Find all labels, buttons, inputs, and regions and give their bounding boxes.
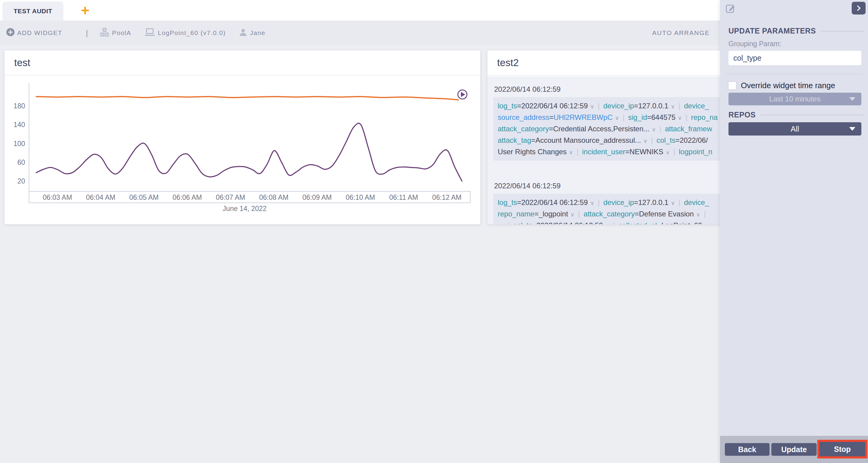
log-field[interactable]: log_ts=2022/06/14 06:12:59∨ <box>498 198 594 206</box>
svg-text:06:10 AM: 06:10 AM <box>346 194 375 201</box>
x-axis-date-label: June 14, 2022 <box>223 205 267 212</box>
dashboard-toolbar: ADD WIDGET | PoolA LogPoint_60 (v7.0.0) … <box>0 21 720 45</box>
field-separator: | <box>686 113 687 121</box>
auto-arrange-button[interactable]: AUTO ARRANGE <box>652 29 710 36</box>
svg-text:100: 100 <box>13 140 25 147</box>
field-chevron-icon: ∨ <box>590 200 594 206</box>
log-entry: 2022/06/14 06:12:59log_ts=2022/06/14 06:… <box>488 182 759 224</box>
update-button[interactable]: Update <box>771 443 817 456</box>
logpoint-label: LogPoint_60 (v7.0.0) <box>158 29 226 36</box>
upper-flat-series <box>36 97 459 100</box>
log-field[interactable]: col_ts=2022/06/ <box>657 136 708 144</box>
log-line: log_ts=2022/06/14 06:12:59∨|device_ip=12… <box>498 197 759 208</box>
repos-section: REPOS <box>728 110 864 119</box>
override-time-range-row[interactable]: Override widget time range <box>728 81 835 90</box>
tab-test-audit[interactable]: TEST AUDIT <box>2 1 63 21</box>
log-field[interactable]: col_ts=2022/06/14 06:12:59∨ <box>513 221 609 224</box>
update-parameters-panel: UPDATE PARAMETERS Grouping Param: Overri… <box>720 0 868 463</box>
chart-series <box>36 97 462 181</box>
log-line: repo_name=_logpoint∨|attack_category=Def… <box>498 208 759 220</box>
field-separator: | <box>598 198 599 206</box>
y-axis-ticks: 2060100140180 <box>13 102 25 185</box>
update-parameters-section: UPDATE PARAMETERS <box>728 27 864 35</box>
stop-button-highlight: Stop <box>817 440 867 459</box>
log-timestamp: 2022/06/14 06:12:59 <box>494 86 759 93</box>
log-line: attack_category=Credential Access,Persis… <box>498 123 759 135</box>
pool-selector[interactable]: PoolA <box>99 27 131 39</box>
field-separator: | <box>678 198 680 206</box>
override-label: Override widget time range <box>741 81 835 90</box>
section-rule <box>761 115 864 115</box>
log-line: User Rights Changes∨|incident_user=NEWNI… <box>498 146 759 158</box>
field-chevron-icon[interactable]: ∨ <box>500 223 504 224</box>
log-field[interactable]: logpoint_n <box>679 147 712 156</box>
field-separator: | <box>578 210 580 218</box>
widget-title: test <box>14 57 30 68</box>
back-button[interactable]: Back <box>725 443 770 456</box>
log-field[interactable]: device_ <box>684 102 709 110</box>
field-chevron-icon: ∨ <box>678 115 682 121</box>
log-field[interactable]: device_ip=127.0.0.1∨ <box>603 102 675 110</box>
edit-icon[interactable] <box>725 3 736 13</box>
collapse-panel-button[interactable] <box>852 2 866 14</box>
log-field[interactable]: attack_category=Credential Access,Persis… <box>498 125 656 133</box>
tab-label: TEST AUDIT <box>13 7 52 15</box>
add-widget-label: ADD WIDGET <box>17 29 62 36</box>
repos-value: All <box>791 125 799 133</box>
section-title: REPOS <box>728 110 756 119</box>
toolbar-separator: | <box>86 28 88 38</box>
log-field[interactable]: sig_id=644575∨ <box>628 113 682 121</box>
svg-text:60: 60 <box>17 159 25 166</box>
field-chevron-icon: ∨ <box>570 211 575 218</box>
log-field[interactable]: attack_category=Defense Evasion∨ <box>584 210 700 218</box>
field-chevron-icon: ∨ <box>696 211 700 218</box>
log-line: ∨|col_ts=2022/06/14 06:12:59∨|collected_… <box>498 220 759 224</box>
field-chevron-icon: ∨ <box>605 223 609 224</box>
field-separator: | <box>651 136 653 144</box>
log-field[interactable]: collected_at=LogPoint_60∨ <box>619 221 709 224</box>
fluctuating-series <box>36 123 462 181</box>
plus-icon: + <box>81 2 89 19</box>
log-field[interactable]: attack_framew <box>665 125 712 133</box>
log-field[interactable]: device_ <box>684 198 709 206</box>
field-separator: | <box>678 102 680 110</box>
person-icon <box>239 28 247 38</box>
svg-text:06:08 AM: 06:08 AM <box>259 194 288 201</box>
svg-text:140: 140 <box>13 121 25 129</box>
widget-test-header: test <box>4 51 480 76</box>
log-field[interactable]: incident_user=NEWNIKS∨ <box>582 147 670 156</box>
add-tab-button[interactable]: + <box>76 1 94 20</box>
logpoint-selector[interactable]: LogPoint_60 (v7.0.0) <box>144 28 226 38</box>
repos-dropdown[interactable]: All <box>728 122 861 135</box>
field-separator: | <box>508 221 509 224</box>
field-chevron-icon: ∨ <box>590 103 594 109</box>
chevron-right-icon <box>855 5 862 11</box>
grouping-param-input[interactable] <box>728 51 861 65</box>
add-widget-button[interactable]: ADD WIDGET <box>6 28 62 38</box>
log-timestamp: 2022/06/14 06:12:59 <box>494 182 759 190</box>
log-field[interactable]: source_address=UHl2RWREBWpC∨ <box>498 113 619 121</box>
log-field[interactable]: attack_tag=Account Mansource_addressul..… <box>498 136 647 144</box>
log-field[interactable]: log_ts=2022/06/14 06:12:59∨ <box>498 102 594 110</box>
log-field[interactable]: User Rights Changes∨ <box>498 147 573 156</box>
svg-text:180: 180 <box>13 102 25 110</box>
log-field[interactable]: repo_na <box>691 113 718 121</box>
log-field[interactable]: device_ip=127.0.0.1∨ <box>603 198 675 206</box>
field-chevron-icon: ∨ <box>665 150 670 156</box>
grouping-param-label: Grouping Param: <box>728 40 781 48</box>
field-chevron-icon: ∨ <box>643 138 647 144</box>
widget-test: test 2060100140180 06:03 AM06:04 AM06:05… <box>4 50 480 225</box>
log-line: log_ts=2022/06/14 06:12:59∨|device_ip=12… <box>498 100 759 112</box>
log-field[interactable]: repo_name=_logpoint∨ <box>498 210 575 218</box>
play-button[interactable] <box>458 90 467 99</box>
svg-text:06:03 AM: 06:03 AM <box>42 194 72 201</box>
field-separator: | <box>674 147 675 156</box>
user-selector[interactable]: Jane <box>239 28 266 38</box>
widget-test2: test2 2022/06/14 06:12:59log_ts=2022/06/… <box>487 50 759 225</box>
time-range-dropdown[interactable]: Last 10 minutes <box>728 93 861 105</box>
pool-label: PoolA <box>112 29 131 36</box>
stop-button[interactable]: Stop <box>819 442 865 456</box>
override-checkbox[interactable] <box>728 81 737 90</box>
tab-bar: TEST AUDIT + <box>0 0 720 21</box>
divider <box>725 74 863 74</box>
